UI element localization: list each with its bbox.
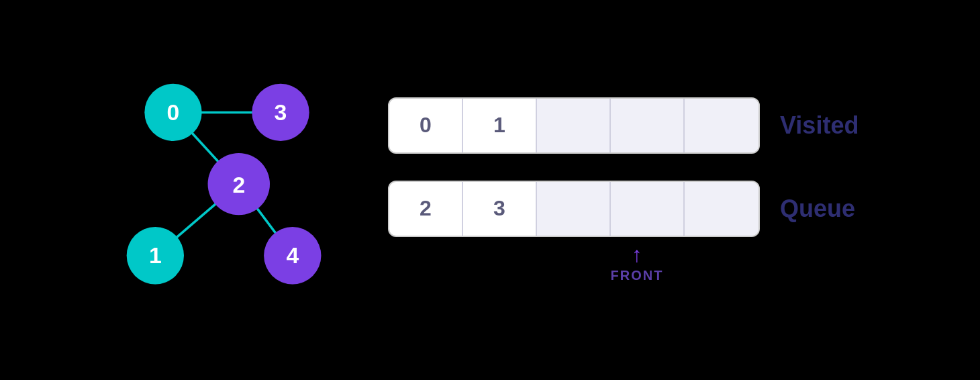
- queue-wrapper: 2 3 Queue ↑ FRONT: [388, 181, 861, 283]
- visited-cell-1: 1: [463, 99, 537, 152]
- front-label: FRONT: [611, 268, 664, 283]
- queue-cell-2: [537, 182, 611, 236]
- graph-svg: 0 1 2 3 4: [119, 49, 334, 331]
- graph-area: 0 1 2 3 4: [119, 49, 334, 331]
- node-1-label: 1: [149, 242, 162, 268]
- main-container: 0 1 2 3 4 0 1 Visited: [119, 49, 861, 331]
- visited-row: 0 1 Visited: [388, 97, 861, 154]
- queue-cell-0: 2: [389, 182, 463, 236]
- visited-cell-0: 0: [389, 99, 463, 152]
- visited-cell-3: [611, 99, 685, 152]
- node-4-label: 4: [286, 242, 299, 268]
- node-3-label: 3: [275, 99, 287, 125]
- front-arrow-icon: ↑: [632, 244, 642, 265]
- queue-row: 2 3 Queue: [388, 181, 861, 237]
- node-0-label: 0: [167, 99, 180, 125]
- queue-cell-4: [685, 182, 758, 236]
- front-indicator: ↑ FRONT: [413, 244, 861, 283]
- queue-cell-1: 3: [463, 182, 537, 236]
- queue-label: Queue: [780, 195, 861, 223]
- node-2-label: 2: [232, 172, 245, 197]
- visited-label: Visited: [780, 111, 861, 140]
- visited-cell-2: [537, 99, 611, 152]
- arrays-panel: 0 1 Visited 2 3 Queue: [388, 97, 861, 283]
- visited-cell-4: [685, 99, 758, 152]
- visited-array: 0 1: [388, 97, 760, 154]
- queue-array: 2 3: [388, 181, 760, 237]
- queue-cell-3: [611, 182, 685, 236]
